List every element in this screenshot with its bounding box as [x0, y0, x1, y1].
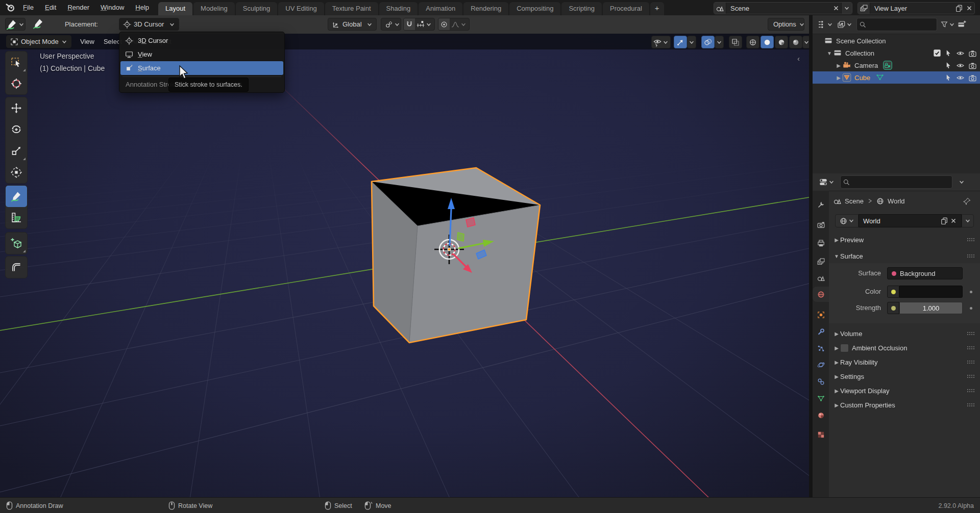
blender-logo-icon[interactable] — [4, 2, 16, 13]
view-layer-name[interactable]: View Layer — [870, 5, 954, 12]
proportional-edit-toggle[interactable] — [438, 18, 450, 30]
placement-menu-item-surface[interactable]: Surface — [120, 61, 283, 75]
editor-type-button[interactable] — [5, 18, 26, 31]
overlays-dropdown[interactable] — [715, 36, 724, 48]
outliner-row-cube[interactable]: ▶Cube — [813, 71, 980, 84]
disclosure-closed-icon[interactable]: ▶ — [833, 331, 840, 337]
properties-tab-texture[interactable] — [813, 427, 829, 442]
world-name-field[interactable]: World — [859, 214, 962, 227]
breadcrumb-world[interactable]: World — [888, 197, 905, 205]
strength-keyframe-dot[interactable] — [970, 307, 972, 310]
select-arrow-icon[interactable] — [945, 62, 952, 69]
properties-tab-tool[interactable] — [813, 197, 829, 212]
outliner-item-label[interactable]: Collection — [842, 49, 874, 57]
outliner-display-mode-button[interactable] — [835, 18, 854, 31]
outliner-row-collection[interactable]: ▼Collection — [813, 47, 980, 59]
scene-name[interactable]: Scene — [726, 5, 831, 12]
render-camera-icon[interactable] — [968, 62, 977, 69]
gizmo-toggle[interactable] — [674, 36, 687, 48]
properties-tab-output[interactable] — [813, 236, 829, 251]
annotate-active-tool-icon[interactable] — [31, 17, 46, 30]
properties-options-button[interactable] — [954, 176, 969, 189]
select-box-button[interactable] — [6, 52, 27, 73]
overlays-toggle[interactable] — [701, 36, 715, 48]
rotate-tool-button[interactable] — [6, 119, 27, 140]
disclosure-closed-icon[interactable]: ▶ — [833, 360, 840, 365]
checkbox-icon[interactable] — [933, 49, 941, 57]
copy-icon[interactable] — [954, 5, 964, 12]
menubar-item-help[interactable]: Help — [130, 0, 155, 15]
color-keyframe-dot[interactable] — [970, 291, 972, 293]
outliner-item-label[interactable]: Cube — [851, 74, 870, 82]
disclosure-open-icon[interactable]: ▼ — [826, 50, 833, 56]
mesh-data-icon[interactable] — [875, 73, 885, 82]
outliner-item-label[interactable]: Camera — [851, 62, 878, 69]
properties-tab-object-data[interactable] — [813, 391, 829, 406]
workspace-tab-layout[interactable]: Layout — [158, 2, 192, 15]
view-layer-selector[interactable]: View Layer — [857, 2, 975, 14]
workspace-tab-animation[interactable]: Animation — [419, 2, 462, 15]
checkbox-unchecked[interactable] — [840, 344, 849, 352]
surface-shader-button[interactable]: Background — [887, 267, 963, 279]
properties-editor-type-button[interactable] — [816, 176, 838, 189]
disclosure-closed-icon[interactable]: ▶ — [833, 402, 840, 408]
workspace-tab-scripting[interactable]: Scripting — [561, 2, 602, 15]
panel-divider[interactable] — [809, 15, 813, 497]
disclosure-open-icon[interactable]: ▼ — [833, 253, 840, 259]
panel-volume[interactable]: ▶Volume — [829, 326, 980, 341]
new-collection-button[interactable] — [958, 20, 971, 29]
color-swatch[interactable] — [899, 286, 963, 298]
copy-icon[interactable] — [941, 217, 948, 224]
panel-settings[interactable]: ▶Settings — [829, 369, 980, 383]
unlink-icon[interactable] — [950, 217, 957, 224]
scene-unlink-icon[interactable] — [831, 5, 841, 12]
shading-rendered-button[interactable] — [789, 36, 802, 48]
placement-menu-item-3d-cursor[interactable]: 3D Cursor — [119, 34, 284, 47]
outliner-row-scene-collection[interactable]: Scene Collection — [813, 35, 980, 47]
strength-slider[interactable]: 1.000 — [899, 302, 963, 314]
outliner-search-input[interactable] — [856, 18, 937, 31]
panel-ray-visibility[interactable]: ▶Ray Visibility — [829, 355, 980, 369]
proportional-falloff-dropdown[interactable] — [450, 20, 468, 29]
visibility-dropdown[interactable] — [651, 36, 671, 48]
workspace-tab-rendering[interactable]: Rendering — [463, 2, 508, 15]
eye-icon[interactable] — [956, 62, 965, 69]
disclosure-closed-icon[interactable]: ▶ — [833, 345, 840, 351]
outliner-item-label[interactable]: Scene Collection — [833, 37, 886, 45]
view-layer-icon[interactable] — [858, 3, 870, 14]
scene-selector[interactable]: Scene — [714, 2, 852, 14]
panel-grip[interactable] — [967, 360, 975, 364]
shading-solid-button[interactable] — [761, 36, 774, 48]
camera-data-icon[interactable] — [883, 61, 892, 70]
transform-tool-button[interactable] — [6, 162, 27, 183]
move-tool-button[interactable] — [6, 97, 27, 119]
xray-toggle[interactable] — [729, 36, 742, 48]
shading-wireframe-button[interactable] — [746, 36, 760, 48]
properties-tab-view-layer[interactable] — [813, 254, 829, 269]
scene-browse-chevron-icon[interactable] — [841, 3, 852, 14]
outliner-filter-button[interactable] — [938, 18, 958, 31]
disclosure-closed-icon[interactable]: ▶ — [833, 374, 840, 379]
properties-tab-modifiers[interactable] — [813, 324, 829, 340]
workspace-tab-shading[interactable]: Shading — [379, 2, 418, 15]
panel-surface[interactable]: ▼Surface — [829, 249, 980, 263]
viewport-menu-view[interactable]: View — [76, 38, 99, 45]
breadcrumb-scene[interactable]: Scene — [845, 197, 864, 205]
transform-orientation-dropdown[interactable]: Global — [328, 18, 377, 31]
disclosure-closed-icon[interactable]: ▶ — [835, 63, 842, 68]
workspace-tab-uv-editing[interactable]: UV Editing — [278, 2, 324, 15]
workspace-tab-procedural[interactable]: Procedural — [603, 2, 649, 15]
view-layer-remove-icon[interactable] — [964, 5, 974, 12]
panel-ambient-occlusion[interactable]: ▶Ambient Occlusion — [829, 341, 980, 355]
placement-menu-item-view[interactable]: View — [119, 47, 284, 61]
workspace-tab-modeling[interactable]: Modeling — [193, 2, 235, 15]
select-arrow-icon[interactable] — [945, 74, 952, 82]
shading-material-button[interactable] — [775, 36, 788, 48]
workspace-tab-sculpting[interactable]: Sculpting — [236, 2, 277, 15]
disclosure-closed-icon[interactable]: ▶ — [833, 388, 840, 394]
workspace-tab-compositing[interactable]: Compositing — [509, 2, 560, 15]
panel-grip[interactable] — [967, 346, 975, 350]
gizmo-dropdown[interactable] — [687, 36, 696, 48]
cursor-tool-button[interactable] — [6, 73, 27, 94]
panel-grip[interactable] — [967, 254, 975, 258]
